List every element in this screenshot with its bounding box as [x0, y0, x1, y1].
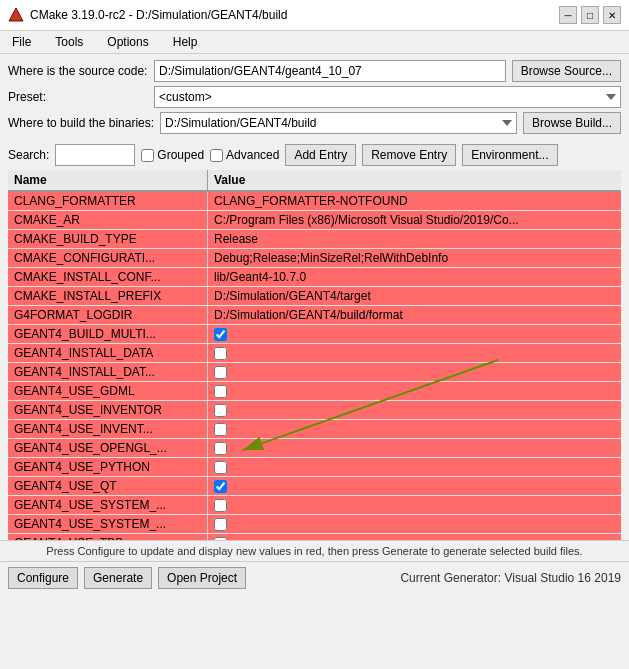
cell-name: GEANT4_INSTALL_DAT...: [8, 363, 208, 381]
table-row[interactable]: GEANT4_USE_INVENT...: [8, 420, 621, 439]
table-row[interactable]: CMAKE_INSTALL_CONF...lib/Geant4-10.7.0: [8, 268, 621, 287]
cell-name: CMAKE_INSTALL_CONF...: [8, 268, 208, 286]
cell-name: GEANT4_BUILD_MULTI...: [8, 325, 208, 343]
cmake-logo-icon: [8, 7, 24, 23]
advanced-checkbox[interactable]: [210, 149, 223, 162]
cell-value[interactable]: [208, 496, 233, 514]
cell-value: D:/Simulation/GEANT4/build/format: [208, 306, 621, 324]
menu-bar: File Tools Options Help: [0, 31, 629, 54]
build-label: Where to build the binaries:: [8, 116, 154, 130]
search-input[interactable]: [55, 144, 135, 166]
table-row[interactable]: GEANT4_BUILD_MULTI...: [8, 325, 621, 344]
title-bar-controls: ─ □ ✕: [559, 6, 621, 24]
cell-name: GEANT4_USE_INVENT...: [8, 420, 208, 438]
form-area: Where is the source code: Browse Source.…: [0, 54, 629, 140]
cell-value[interactable]: [208, 458, 233, 476]
grouped-checkbox[interactable]: [141, 149, 154, 162]
cell-value[interactable]: [208, 401, 233, 419]
cell-value: D:/Simulation/GEANT4/target: [208, 287, 621, 305]
table-row[interactable]: CMAKE_BUILD_TYPERelease: [8, 230, 621, 249]
table-body[interactable]: CLANG_FORMATTERCLANG_FORMATTER-NOTFOUNDC…: [8, 192, 621, 540]
cell-name: CMAKE_BUILD_TYPE: [8, 230, 208, 248]
cell-value[interactable]: [208, 344, 233, 362]
cell-value: lib/Geant4-10.7.0: [208, 268, 621, 286]
bottom-bar: Configure Generate Open Project Current …: [0, 561, 629, 594]
row-checkbox[interactable]: [214, 385, 227, 398]
row-checkbox[interactable]: [214, 518, 227, 531]
cell-name: GEANT4_USE_QT: [8, 477, 208, 495]
table-row[interactable]: GEANT4_USE_SYSTEM_...: [8, 496, 621, 515]
menu-file[interactable]: File: [6, 33, 37, 51]
cell-value[interactable]: [208, 515, 233, 533]
build-select[interactable]: D:/Simulation/GEANT4/build: [160, 112, 517, 134]
row-checkbox[interactable]: [214, 480, 227, 493]
status-text: Press Configure to update and display ne…: [46, 545, 582, 557]
open-project-button[interactable]: Open Project: [158, 567, 246, 589]
svg-marker-0: [9, 8, 23, 21]
table-row[interactable]: GEANT4_USE_OPENGL_...: [8, 439, 621, 458]
cell-value[interactable]: [208, 534, 233, 540]
table-row[interactable]: G4FORMAT_LOGDIRD:/Simulation/GEANT4/buil…: [8, 306, 621, 325]
browse-build-button[interactable]: Browse Build...: [523, 112, 621, 134]
row-checkbox[interactable]: [214, 404, 227, 417]
maximize-button[interactable]: □: [581, 6, 599, 24]
add-entry-button[interactable]: Add Entry: [285, 144, 356, 166]
cell-name: GEANT4_USE_INVENTOR: [8, 401, 208, 419]
advanced-checkbox-label[interactable]: Advanced: [210, 148, 279, 162]
table-row[interactable]: GEANT4_USE_SYSTEM_...: [8, 515, 621, 534]
cell-value: CLANG_FORMATTER-NOTFOUND: [208, 192, 621, 210]
table-row[interactable]: CMAKE_ARC:/Program Files (x86)/Microsoft…: [8, 211, 621, 230]
cell-value[interactable]: [208, 363, 233, 381]
row-checkbox[interactable]: [214, 347, 227, 360]
table-row[interactable]: CLANG_FORMATTERCLANG_FORMATTER-NOTFOUND: [8, 192, 621, 211]
row-checkbox[interactable]: [214, 423, 227, 436]
row-checkbox[interactable]: [214, 499, 227, 512]
menu-options[interactable]: Options: [101, 33, 154, 51]
table-row[interactable]: GEANT4_USE_INVENTOR: [8, 401, 621, 420]
source-row: Where is the source code: Browse Source.…: [8, 60, 621, 82]
table-row[interactable]: GEANT4_USE_TBB: [8, 534, 621, 540]
close-button[interactable]: ✕: [603, 6, 621, 24]
current-generator-label: Current Generator: Visual Studio 16 2019: [400, 571, 621, 585]
table-row[interactable]: GEANT4_USE_GDML: [8, 382, 621, 401]
cell-name: G4FORMAT_LOGDIR: [8, 306, 208, 324]
status-bar: Press Configure to update and display ne…: [0, 540, 629, 561]
table-row[interactable]: GEANT4_USE_QT: [8, 477, 621, 496]
row-checkbox[interactable]: [214, 442, 227, 455]
source-input[interactable]: [154, 60, 506, 82]
table-row[interactable]: GEANT4_USE_PYTHON: [8, 458, 621, 477]
cell-value[interactable]: [208, 439, 233, 457]
table-row[interactable]: GEANT4_INSTALL_DAT...: [8, 363, 621, 382]
minimize-button[interactable]: ─: [559, 6, 577, 24]
table-row[interactable]: GEANT4_INSTALL_DATA: [8, 344, 621, 363]
configure-button[interactable]: Configure: [8, 567, 78, 589]
cell-value[interactable]: [208, 382, 233, 400]
row-checkbox[interactable]: [214, 461, 227, 474]
cell-name: GEANT4_USE_SYSTEM_...: [8, 496, 208, 514]
browse-source-button[interactable]: Browse Source...: [512, 60, 621, 82]
menu-tools[interactable]: Tools: [49, 33, 89, 51]
generate-button[interactable]: Generate: [84, 567, 152, 589]
menu-help[interactable]: Help: [167, 33, 204, 51]
cell-name: GEANT4_USE_SYSTEM_...: [8, 515, 208, 533]
remove-entry-button[interactable]: Remove Entry: [362, 144, 456, 166]
title-text: CMake 3.19.0-rc2 - D:/Simulation/GEANT4/…: [30, 8, 287, 22]
cell-value[interactable]: [208, 325, 233, 343]
row-checkbox[interactable]: [214, 537, 227, 541]
row-checkbox[interactable]: [214, 328, 227, 341]
row-checkbox[interactable]: [214, 366, 227, 379]
cell-value: Debug;Release;MinSizeRel;RelWithDebInfo: [208, 249, 621, 267]
bottom-buttons: Configure Generate Open Project: [8, 567, 246, 589]
grouped-checkbox-label[interactable]: Grouped: [141, 148, 204, 162]
cell-value[interactable]: [208, 477, 233, 495]
search-row: Search: Grouped Advanced Add Entry Remov…: [0, 140, 629, 170]
cell-name: GEANT4_USE_GDML: [8, 382, 208, 400]
environment-button[interactable]: Environment...: [462, 144, 557, 166]
table-header: Name Value: [8, 170, 621, 192]
table-row[interactable]: CMAKE_CONFIGURATI...Debug;Release;MinSiz…: [8, 249, 621, 268]
table-row[interactable]: CMAKE_INSTALL_PREFIXD:/Simulation/GEANT4…: [8, 287, 621, 306]
cell-name: GEANT4_INSTALL_DATA: [8, 344, 208, 362]
preset-row: Preset: <custom>: [8, 86, 621, 108]
cell-value[interactable]: [208, 420, 233, 438]
preset-select[interactable]: <custom>: [154, 86, 621, 108]
